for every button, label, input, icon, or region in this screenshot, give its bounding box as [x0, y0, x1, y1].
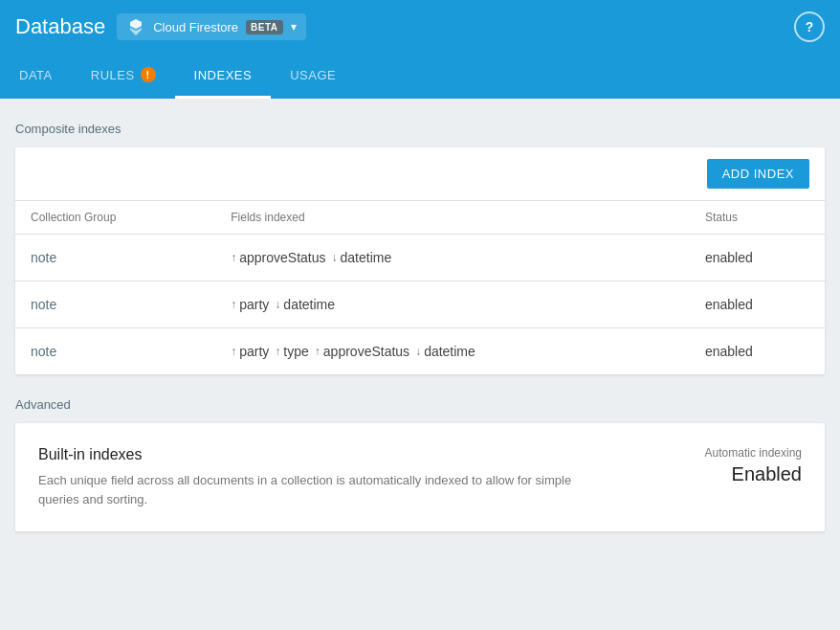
status-cell-2: enabled	[690, 328, 825, 375]
tab-usage[interactable]: USAGE	[271, 54, 355, 99]
service-dropdown-icon[interactable]: ▾	[291, 20, 297, 34]
built-in-desc: Each unique field across all documents i…	[38, 471, 593, 508]
arrow-down-icon: ↓	[332, 251, 338, 264]
table-row: note↑party↑type↑approveStatus↓datetimeen…	[15, 328, 825, 375]
card-toolbar: ADD INDEX	[15, 147, 825, 201]
field-item-0-1: ↓datetime	[332, 250, 392, 265]
field-name-1-1: datetime	[283, 297, 335, 312]
arrow-up-icon: ↑	[315, 345, 321, 358]
beta-badge: BETA	[246, 20, 282, 34]
arrow-up-icon: ↑	[231, 298, 236, 311]
built-in-info: Built-in indexes Each unique field acros…	[38, 446, 593, 508]
field-name-0-0: approveStatus	[239, 250, 325, 265]
advanced-card-inner: Built-in indexes Each unique field acros…	[15, 423, 825, 531]
arrow-down-icon: ↓	[275, 298, 280, 311]
auto-indexing-section: Automatic indexing Enabled	[658, 446, 802, 485]
col-fields-indexed: Fields indexed	[215, 201, 690, 235]
field-item-1-1: ↓datetime	[275, 297, 335, 312]
app-title: Database	[15, 14, 105, 39]
arrow-down-icon: ↓	[415, 345, 421, 358]
app-header: Database Cloud Firestore BETA ▾ ?	[0, 0, 840, 54]
service-name: Cloud Firestore	[153, 20, 238, 34]
help-button[interactable]: ?	[794, 11, 825, 42]
arrow-up-icon: ↑	[231, 345, 236, 358]
composite-indexes-title: Composite indexes	[15, 122, 825, 136]
col-collection-group: Collection Group	[15, 201, 215, 235]
add-index-button[interactable]: ADD INDEX	[707, 159, 809, 189]
field-item-2-2: ↑approveStatus	[315, 344, 409, 359]
firestore-icon	[126, 17, 145, 36]
status-cell-0: enabled	[690, 235, 825, 281]
field-name-1-0: party	[239, 297, 269, 312]
fields-cell-2: ↑party↑type↑approveStatus↓datetime	[215, 328, 690, 375]
advanced-card: Built-in indexes Each unique field acros…	[15, 423, 825, 531]
collection-cell-0: note	[15, 235, 215, 281]
field-name-2-2: approveStatus	[323, 344, 409, 359]
fields-cell-1: ↑party↓datetime	[215, 281, 690, 328]
field-name-2-1: type	[283, 344, 308, 359]
field-item-2-1: ↑type	[275, 344, 308, 359]
service-badge[interactable]: Cloud Firestore BETA ▾	[117, 13, 305, 40]
header-left: Database Cloud Firestore BETA ▾	[15, 13, 306, 40]
main-content: Composite indexes ADD INDEX Collection G…	[0, 99, 840, 577]
field-item-0-0: ↑approveStatus	[231, 250, 325, 265]
arrow-up-icon: ↑	[231, 251, 236, 264]
collection-cell-1: note	[15, 281, 215, 328]
col-status: Status	[690, 201, 825, 235]
collection-cell-2: note	[15, 328, 215, 375]
composite-indexes-card: ADD INDEX Collection Group Fields indexe…	[15, 147, 825, 374]
auto-indexing-label: Automatic indexing	[658, 446, 802, 460]
indexes-table: Collection Group Fields indexed Status n…	[15, 201, 825, 374]
advanced-section-title: Advanced	[15, 397, 825, 412]
field-name-0-1: datetime	[341, 250, 392, 265]
table-row: note↑party↓datetimeenabled	[15, 281, 825, 328]
auto-indexing-value: Enabled	[658, 463, 802, 485]
field-item-2-0: ↑party	[231, 344, 269, 359]
field-name-2-0: party	[239, 344, 269, 359]
fields-cell-0: ↑approveStatus↓datetime	[215, 235, 690, 281]
table-header-row: Collection Group Fields indexed Status	[15, 201, 825, 235]
built-in-title: Built-in indexes	[38, 446, 593, 463]
nav-tabs: DATA RULES ! INDEXES USAGE	[0, 54, 840, 99]
tab-indexes[interactable]: INDEXES	[175, 54, 272, 99]
field-item-1-0: ↑party	[231, 297, 269, 312]
status-cell-1: enabled	[690, 281, 825, 328]
tab-data[interactable]: DATA	[0, 54, 72, 99]
rules-warning-icon: !	[141, 67, 156, 82]
field-item-2-3: ↓datetime	[415, 344, 475, 359]
field-name-2-3: datetime	[424, 344, 475, 359]
tab-rules[interactable]: RULES !	[72, 54, 175, 99]
table-row: note↑approveStatus↓datetimeenabled	[15, 235, 825, 281]
arrow-up-icon: ↑	[275, 345, 280, 358]
